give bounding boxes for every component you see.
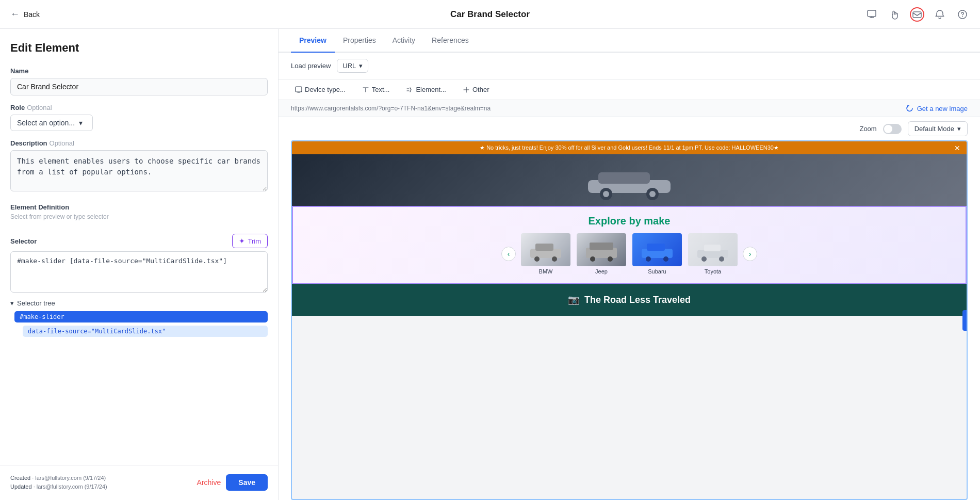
get-new-image-button[interactable]: Get a new image — [906, 104, 968, 112]
explore-title: Explore by make — [301, 215, 957, 227]
car-item-jeep: Jeep — [576, 233, 627, 275]
svg-rect-11 — [535, 244, 553, 251]
bell-icon[interactable] — [933, 7, 947, 22]
site-hero — [292, 154, 967, 206]
selector-chip-primary[interactable]: #make-slider — [14, 311, 268, 322]
toolbar-text[interactable]: Text... — [358, 84, 394, 95]
default-mode-button[interactable]: Default Mode ▾ — [908, 121, 968, 136]
hero-image — [292, 154, 967, 206]
svg-point-13 — [552, 256, 557, 262]
car-item-bmw: BMW — [520, 233, 571, 275]
car-image-toyota — [688, 233, 738, 266]
tab-references[interactable]: References — [423, 29, 477, 53]
hand-icon[interactable] — [887, 7, 902, 22]
help-icon[interactable] — [955, 7, 970, 22]
element-definition-hint: Select from preview or type selector — [10, 213, 268, 220]
export-icon[interactable] — [864, 7, 879, 22]
role-label: RoleOptional — [10, 104, 268, 111]
trim-icon: ✦ — [239, 237, 245, 245]
name-label: Name — [10, 67, 268, 75]
load-preview-label: Load preview — [291, 62, 331, 70]
svg-rect-0 — [868, 10, 876, 17]
svg-point-7 — [603, 191, 609, 197]
trim-button[interactable]: ✦ Trim — [232, 234, 268, 248]
description-input[interactable]: This element enables users to choose spe… — [10, 150, 268, 191]
description-label: DescriptionOptional — [10, 139, 268, 147]
road-section-icon: 📷 — [568, 294, 579, 305]
plus-icon — [463, 86, 470, 93]
main-layout: Edit Element Name RoleOptional Select an… — [0, 29, 980, 500]
element-definition-title: Element Definition — [10, 203, 268, 211]
car-label-jeep: Jeep — [595, 268, 608, 275]
car-label-toyota: Toyota — [705, 268, 721, 275]
car-nav-prev[interactable]: ‹ — [501, 247, 516, 261]
preview-toolbar: Device type... Text... Element... Other — [279, 79, 980, 100]
mail-icon[interactable] — [910, 7, 924, 22]
car-image-jeep — [577, 233, 626, 266]
zoom-toggle[interactable] — [883, 124, 902, 134]
page-title: Car Brand Selector — [450, 9, 530, 20]
chevron-down-icon: ▾ — [79, 119, 83, 127]
tab-activity[interactable]: Activity — [384, 29, 423, 53]
back-label: Back — [24, 10, 40, 19]
tabs-bar: Preview Properties Activity References — [279, 29, 980, 53]
hero-car-svg — [578, 159, 681, 201]
url-dropdown[interactable]: URL ▾ — [337, 59, 368, 73]
refresh-icon — [906, 104, 914, 112]
footer-actions: Archive Save — [197, 474, 268, 491]
preview-frame: ★ No tricks, just treats! Enjoy 30% off … — [291, 140, 968, 500]
tab-properties[interactable]: Properties — [335, 29, 384, 53]
car-nav-next[interactable]: › — [743, 247, 757, 261]
left-panel-footer: Created · lars@fullstory.com (9/17/24) U… — [0, 465, 278, 500]
toolbar-device-type[interactable]: Device type... — [291, 84, 350, 95]
svg-rect-19 — [647, 244, 665, 251]
chevron-down-icon: ▾ — [359, 62, 363, 70]
chevron-down-icon: ▾ — [10, 299, 14, 307]
sidebar-resize-handle[interactable] — [962, 310, 967, 331]
selector-tree: ▾ Selector tree #make-slider data-file-s… — [10, 299, 268, 337]
role-field-group: RoleOptional Select an option... ▾ — [10, 104, 268, 131]
selector-chip-secondary[interactable]: data-file-source="MultiCardSlide.tsx" — [23, 326, 268, 337]
footer-meta: Created · lars@fullstory.com (9/17/24) U… — [10, 474, 107, 492]
explore-section: Explore by make ‹ BMW — [292, 206, 967, 284]
car-label-subaru: Subaru — [648, 268, 666, 275]
selector-tree-toggle[interactable]: ▾ Selector tree — [10, 299, 268, 307]
back-arrow-icon: ← — [10, 9, 20, 20]
car-item-subaru: Subaru — [631, 233, 683, 275]
tab-preview[interactable]: Preview — [291, 29, 335, 53]
preview-controls: Zoom Default Mode ▾ — [279, 117, 980, 140]
preview-content: ★ No tricks, just treats! Enjoy 30% off … — [292, 141, 967, 499]
car-image-subaru — [632, 233, 682, 266]
cars-grid: ‹ BMW Jeep — [301, 233, 957, 275]
updated-label: Updated — [10, 483, 32, 490]
element-icon — [406, 86, 413, 93]
device-icon — [295, 86, 302, 93]
site-banner: ★ No tricks, just treats! Enjoy 30% off … — [292, 141, 967, 154]
svg-point-12 — [534, 256, 540, 262]
car-image-bmw — [521, 233, 570, 266]
chevron-down-icon: ▾ — [957, 125, 961, 133]
save-button[interactable]: Save — [226, 474, 268, 491]
right-panel: Preview Properties Activity References L… — [279, 29, 980, 500]
edit-element-title: Edit Element — [10, 41, 268, 55]
selector-input[interactable]: #make-slider [data-file-source="MultiCar… — [10, 251, 268, 293]
left-panel: Edit Element Name RoleOptional Select an… — [0, 29, 279, 500]
toolbar-element[interactable]: Element... — [402, 84, 450, 95]
element-definition-section: Element Definition Select from preview o… — [10, 203, 268, 225]
banner-close-icon[interactable]: ✕ — [954, 144, 960, 152]
role-select[interactable]: Select an option... ▾ — [10, 115, 93, 131]
road-section-title: The Road Less Traveled — [584, 295, 691, 305]
toolbar-other[interactable]: Other — [459, 84, 494, 95]
nav-icons — [864, 7, 970, 22]
svg-rect-1 — [913, 12, 921, 18]
description-field-group: DescriptionOptional This element enables… — [10, 139, 268, 193]
name-input[interactable] — [10, 78, 268, 95]
archive-button[interactable]: Archive — [197, 478, 221, 487]
zoom-label: Zoom — [859, 125, 876, 133]
road-section: 📷 The Road Less Traveled — [292, 284, 967, 316]
svg-rect-3 — [296, 87, 302, 92]
created-label: Created — [10, 475, 30, 481]
back-button[interactable]: ← Back — [10, 9, 40, 20]
updated-value: lars@fullstory.com (9/17/24) — [37, 483, 107, 490]
svg-point-16 — [590, 256, 595, 262]
